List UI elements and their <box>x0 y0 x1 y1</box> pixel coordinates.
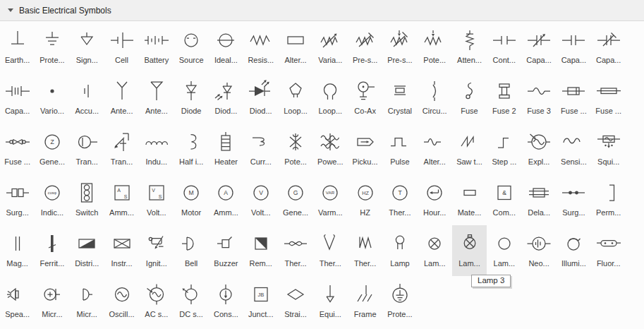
symbol-cell-motor[interactable]: MMotor <box>174 174 208 225</box>
symbol-cell-fuse-5[interactable]: Fuse ... <box>591 73 626 124</box>
symbol-cell-thermocouple[interactable]: Ther... <box>313 225 348 276</box>
symbol-cell-current-limiter[interactable]: Curr... <box>243 124 278 174</box>
symbol-cell-distribution[interactable]: Distri... <box>70 225 104 276</box>
symbol-cell-ac-source[interactable]: AC s... <box>139 276 174 327</box>
symbol-cell-fuse[interactable]: Fuse <box>452 73 487 124</box>
symbol-cell-coax[interactable]: Co-Ax <box>348 73 382 124</box>
symbol-cell-surge-protector[interactable]: Surg... <box>0 174 35 225</box>
symbol-cell-trimmer-capacitor[interactable]: Capa... <box>591 22 626 73</box>
symbol-cell-combiner[interactable]: &Com... <box>487 174 521 225</box>
symbol-cell-bell[interactable]: Bell <box>174 225 208 276</box>
symbol-cell-transducer[interactable]: Tran... <box>70 124 104 174</box>
symbol-cell-heater[interactable]: Heater <box>209 124 243 174</box>
symbol-cell-ferrite-core[interactable]: Ferrit... <box>35 225 69 276</box>
symbol-cell-contact-capacitor[interactable]: Cont... <box>487 22 521 73</box>
symbol-cell-switch[interactable]: Switch <box>70 174 104 225</box>
symbol-cell-oscillator[interactable]: Oscill... <box>104 276 139 327</box>
symbol-cell-ideal-source[interactable]: Ideal... <box>209 22 243 73</box>
symbol-cell-alternating-pulse[interactable]: Alter... <box>418 124 452 174</box>
symbol-cell-antenna-2[interactable]: Ante... <box>139 73 174 124</box>
symbol-cell-fuse-3[interactable]: Fuse 3 <box>521 73 556 124</box>
symbol-cell-voltmeter[interactable]: VVolt... <box>243 174 278 225</box>
symbol-cell-attenuator[interactable]: Atten... <box>452 22 487 73</box>
symbol-cell-inductor[interactable]: Indu... <box>139 124 174 174</box>
symbol-cell-generator-z[interactable]: ZGene... <box>35 124 69 174</box>
symbol-cell-battery[interactable]: Battery <box>139 22 174 73</box>
symbol-cell-signal-ground[interactable]: Sign... <box>70 22 104 73</box>
symbol-cell-fuse-4[interactable]: Fuse ... <box>557 73 591 124</box>
symbol-cell-preset-resistor[interactable]: Pre-s... <box>348 22 382 73</box>
symbol-cell-crystal[interactable]: Crystal <box>382 73 417 124</box>
symbol-cell-speaker[interactable]: Spea... <box>0 276 35 327</box>
symbol-cell-loop-antenna-2[interactable]: Loop... <box>313 73 348 124</box>
symbol-cell-ammeter[interactable]: AAmm... <box>209 174 243 225</box>
symbol-cell-lamp-2[interactable]: Lam... <box>418 225 452 276</box>
symbol-cell-lamp-3[interactable]: Lam... <box>452 225 487 276</box>
symbol-cell-equipotential[interactable]: Equi... <box>313 276 348 327</box>
symbol-cell-ammeter-shunt[interactable]: ASAmm... <box>104 174 139 225</box>
symbol-cell-fuse-2[interactable]: Fuse 2 <box>487 73 521 124</box>
symbol-cell-potentiometer[interactable]: Pote... <box>418 22 452 73</box>
symbol-cell-alt-resistor[interactable]: Alter... <box>278 22 312 73</box>
symbol-cell-buzzer[interactable]: Buzzer <box>209 225 243 276</box>
symbol-cell-protective-earth-2[interactable]: Prote... <box>382 276 417 327</box>
symbol-cell-pickup[interactable]: Picku... <box>348 124 382 174</box>
symbol-cell-cell[interactable]: Cell <box>104 22 139 73</box>
symbol-cell-half-inductor[interactable]: Half i... <box>174 124 208 174</box>
symbol-cell-accumulator[interactable]: Accu... <box>70 73 104 124</box>
symbol-cell-earth[interactable]: Earth... <box>0 22 35 73</box>
symbol-cell-instrument[interactable]: Instr... <box>104 225 139 276</box>
symbol-cell-squib[interactable]: Squi... <box>591 124 626 174</box>
symbol-cell-frame-ground[interactable]: Frame <box>348 276 382 327</box>
symbol-cell-voltmeter-shunt[interactable]: VSVolt... <box>139 174 174 225</box>
symbol-cell-potential-transformer[interactable]: Pote... <box>278 124 312 174</box>
symbol-cell-led[interactable]: Diod... <box>243 73 278 124</box>
symbol-cell-sensing[interactable]: Sensi... <box>557 124 591 174</box>
category-header[interactable]: Basic Electrical Symbols <box>0 0 644 21</box>
symbol-cell-circuit-breaker[interactable]: Circu... <box>418 73 452 124</box>
symbol-cell-step[interactable]: Step ... <box>487 124 521 174</box>
symbol-cell-neon-lamp[interactable]: Neo... <box>521 225 556 276</box>
symbol-cell-protective-earth[interactable]: Prote... <box>35 22 69 73</box>
symbol-cell-resistor[interactable]: Resis... <box>243 22 278 73</box>
symbol-cell-capacitor[interactable]: Capa... <box>557 22 591 73</box>
symbol-cell-loop-antenna[interactable]: Loop... <box>278 73 312 124</box>
symbol-cell-polarized-capacitor[interactable]: Capa... <box>0 73 35 124</box>
symbol-cell-material[interactable]: Mate... <box>452 174 487 225</box>
symbol-cell-variable-resistor[interactable]: Varia... <box>313 22 348 73</box>
symbol-cell-explosive[interactable]: Expl... <box>521 124 556 174</box>
symbol-cell-generator[interactable]: GGene... <box>278 174 312 225</box>
symbol-cell-magnetic-core[interactable]: Mag... <box>0 225 35 276</box>
symbol-cell-surge-arrester[interactable]: Surg... <box>557 174 591 225</box>
symbol-cell-straight-joint[interactable]: Strai... <box>278 276 312 327</box>
symbol-cell-dc-source[interactable]: DC s... <box>174 276 208 327</box>
symbol-cell-variable-capacitor[interactable]: Capa... <box>521 22 556 73</box>
symbol-cell-diode[interactable]: Diode <box>174 73 208 124</box>
symbol-cell-transistor[interactable]: Tran... <box>104 124 139 174</box>
symbol-cell-illuminated[interactable]: Illumi... <box>557 225 591 276</box>
symbol-cell-thermistor[interactable]: Ther... <box>278 225 312 276</box>
symbol-cell-photodiode[interactable]: Diod... <box>209 73 243 124</box>
symbol-cell-hz-meter[interactable]: HZHZ <box>348 174 382 225</box>
symbol-cell-preset-resistor-2[interactable]: Pre-s... <box>382 22 417 73</box>
symbol-cell-dot[interactable]: Vario... <box>35 73 69 124</box>
symbol-cell-constant-current[interactable]: Cons... <box>209 276 243 327</box>
symbol-cell-sawtooth[interactable]: Saw t... <box>452 124 487 174</box>
symbol-cell-junction-box[interactable]: JBJunct... <box>243 276 278 327</box>
symbol-cell-delay[interactable]: Dela... <box>521 174 556 225</box>
symbol-cell-fuse-6[interactable]: Fuse ... <box>0 124 35 174</box>
symbol-cell-permanent-magnet[interactable]: Perm... <box>591 174 626 225</box>
symbol-cell-fluorescent[interactable]: Fluor... <box>591 225 626 276</box>
symbol-cell-pulse[interactable]: Pulse <box>382 124 417 174</box>
symbol-cell-power-transformer[interactable]: Powe... <box>313 124 348 174</box>
symbol-cell-varmeter[interactable]: VARVarm... <box>313 174 348 225</box>
symbol-cell-thermopile[interactable]: Ther... <box>348 225 382 276</box>
symbol-cell-source[interactable]: Source <box>174 22 208 73</box>
symbol-cell-igniter[interactable]: Ignit... <box>139 225 174 276</box>
symbol-cell-hour-meter[interactable]: Hour... <box>418 174 452 225</box>
symbol-cell-lamp-4[interactable]: Lam... <box>487 225 521 276</box>
symbol-cell-microphone[interactable]: Micr... <box>35 276 69 327</box>
symbol-cell-remote[interactable]: Rem... <box>243 225 278 276</box>
symbol-cell-antenna[interactable]: Ante... <box>104 73 139 124</box>
symbol-cell-lamp[interactable]: Lamp <box>382 225 417 276</box>
